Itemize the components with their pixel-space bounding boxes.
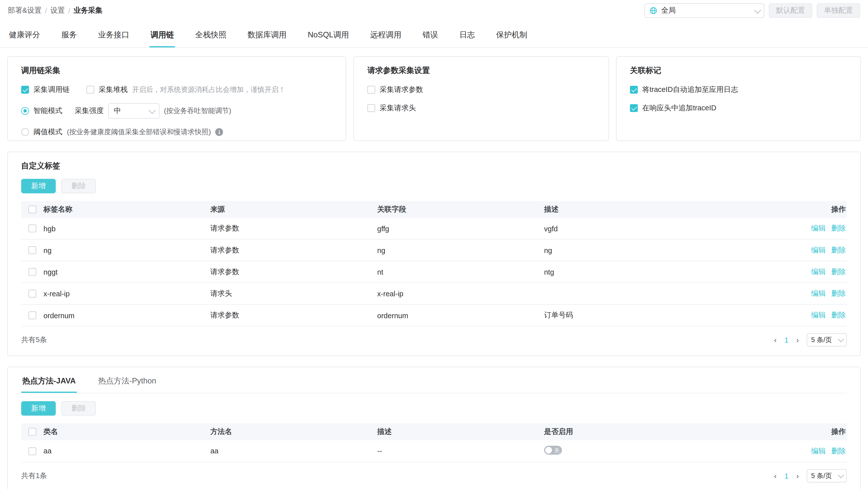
delete-link[interactable]: 删除 bbox=[831, 446, 845, 456]
scope-select[interactable]: 全局 bbox=[645, 3, 764, 18]
custom-tags-table: 标签名称 来源 关联字段 描述 操作 hgb 请求参数 gffg vgfd 编辑… bbox=[21, 201, 847, 326]
strength-label: 采集强度 bbox=[75, 106, 104, 116]
prev-page-icon[interactable]: ‹ bbox=[774, 336, 777, 344]
chevron-down-icon bbox=[838, 336, 844, 342]
select-all-checkbox[interactable] bbox=[28, 428, 36, 436]
add-method-button[interactable]: 新增 bbox=[21, 401, 56, 416]
col-header: 标签名称 bbox=[43, 201, 211, 218]
tag-source: 请求参数 bbox=[210, 239, 377, 261]
tab-db-call[interactable]: 数据库调用 bbox=[246, 23, 288, 47]
tag-source: 请求参数 bbox=[210, 218, 377, 239]
tag-name: ordernum bbox=[43, 305, 211, 325]
collect-trace-checkbox[interactable] bbox=[21, 86, 29, 94]
add-tag-button[interactable]: 新增 bbox=[21, 179, 56, 193]
prev-page-icon[interactable]: ‹ bbox=[774, 472, 777, 480]
collect-params-label: 采集请求参数 bbox=[380, 85, 423, 95]
delete-link[interactable]: 删除 bbox=[831, 245, 845, 255]
row-checkbox[interactable] bbox=[28, 447, 36, 455]
custom-tags-section: 自定义标签 新增 删除 标签名称 来源 关联字段 描述 操作 hgb 请求参数 … bbox=[7, 152, 861, 356]
pagination: ‹ 1 › 5 条/页 bbox=[774, 333, 847, 347]
table-header-row: 标签名称 来源 关联字段 描述 操作 bbox=[21, 201, 847, 218]
page-number[interactable]: 1 bbox=[784, 471, 788, 480]
tag-field: ng bbox=[377, 240, 544, 260]
total-count: 共有1条 bbox=[21, 471, 47, 481]
enable-toggle[interactable]: 关 bbox=[544, 446, 562, 455]
edit-link[interactable]: 编辑 bbox=[811, 223, 826, 233]
breadcrumb-separator: / bbox=[68, 6, 70, 15]
delete-link[interactable]: 删除 bbox=[831, 223, 845, 233]
tab-business-api[interactable]: 业务接口 bbox=[97, 23, 130, 47]
chevron-down-icon bbox=[838, 472, 844, 478]
col-header: 关联字段 bbox=[377, 201, 544, 218]
chevron-down-icon bbox=[149, 106, 155, 113]
separate-config-button[interactable]: 单独配置 bbox=[817, 3, 860, 18]
row-checkbox[interactable] bbox=[28, 225, 36, 232]
method-class: aa bbox=[43, 441, 211, 461]
tab-fullstack-snapshot[interactable]: 全栈快照 bbox=[194, 23, 227, 47]
table-row: ordernum 请求参数 ordernum 订单号码 编辑 删除 bbox=[21, 305, 847, 326]
strength-select[interactable]: 中 bbox=[108, 103, 159, 119]
threshold-mode-radio[interactable] bbox=[21, 128, 29, 136]
collect-trace-label: 采集调用链 bbox=[33, 85, 69, 95]
delete-link[interactable]: 删除 bbox=[831, 310, 845, 320]
toggle-label: 关 bbox=[554, 447, 560, 454]
tab-health-score[interactable]: 健康评分 bbox=[8, 23, 41, 47]
breadcrumb-item[interactable]: 部署&设置 bbox=[8, 5, 41, 15]
table-row: aa aa -- 关 编辑 删除 bbox=[21, 440, 847, 463]
page-size-value: 5 条/页 bbox=[811, 471, 832, 481]
tab-nosql-call[interactable]: NoSQL调用 bbox=[307, 23, 350, 47]
page-size-select[interactable]: 5 条/页 bbox=[807, 333, 847, 347]
card-title: 请求参数采集设置 bbox=[368, 66, 595, 76]
collect-stack-checkbox[interactable] bbox=[87, 86, 94, 94]
edit-link[interactable]: 编辑 bbox=[811, 310, 826, 320]
row-checkbox[interactable] bbox=[28, 246, 36, 254]
chevron-down-icon bbox=[754, 6, 761, 13]
topbar-right: 全局 默认配置 单独配置 bbox=[645, 3, 860, 18]
breadcrumb-current: 业务采集 bbox=[73, 5, 102, 15]
delete-link[interactable]: 删除 bbox=[831, 289, 845, 298]
tag-field: ordernum bbox=[377, 305, 544, 325]
collect-stack-hint: 开启后，对系统资源消耗占比会增加，谨慎开启！ bbox=[132, 85, 285, 94]
edit-link[interactable]: 编辑 bbox=[811, 245, 826, 255]
page-number[interactable]: 1 bbox=[784, 336, 788, 344]
info-icon[interactable]: i bbox=[215, 128, 223, 136]
default-config-button[interactable]: 默认配置 bbox=[769, 3, 812, 18]
delete-method-button[interactable]: 删除 bbox=[61, 401, 96, 416]
row-checkbox[interactable] bbox=[28, 268, 36, 275]
threshold-mode-hint: (按业务健康度阈值采集全部错误和慢请求快照) bbox=[67, 127, 211, 137]
tab-hot-methods-python[interactable]: 热点方法-Python bbox=[97, 376, 157, 393]
delete-link[interactable]: 删除 bbox=[831, 267, 845, 277]
request-params-card: 请求参数采集设置 采集请求参数 采集请求头 bbox=[353, 56, 609, 141]
tab-service[interactable]: 服务 bbox=[60, 23, 78, 47]
smart-mode-radio[interactable] bbox=[21, 107, 29, 115]
tag-name: nggt bbox=[43, 262, 211, 282]
strength-select-value: 中 bbox=[114, 106, 121, 116]
tab-protection[interactable]: 保护机制 bbox=[495, 23, 528, 47]
delete-tag-button[interactable]: 删除 bbox=[61, 179, 96, 193]
edit-link[interactable]: 编辑 bbox=[811, 267, 826, 277]
next-page-icon[interactable]: › bbox=[796, 472, 799, 480]
tab-hot-methods-java[interactable]: 热点方法-JAVA bbox=[21, 376, 77, 393]
append-traceid-log-checkbox[interactable] bbox=[630, 86, 638, 94]
col-header-actions: 操作 bbox=[780, 201, 847, 218]
tab-trace[interactable]: 调用链 bbox=[150, 23, 175, 47]
tab-log[interactable]: 日志 bbox=[458, 23, 476, 47]
append-traceid-header-checkbox[interactable] bbox=[630, 104, 638, 112]
collect-params-checkbox[interactable] bbox=[368, 86, 375, 94]
tab-error[interactable]: 错误 bbox=[422, 23, 439, 47]
next-page-icon[interactable]: › bbox=[796, 336, 799, 344]
breadcrumb-item[interactable]: 设置 bbox=[50, 5, 65, 15]
tab-remote-call[interactable]: 远程调用 bbox=[369, 23, 402, 47]
tag-desc: ng bbox=[544, 240, 780, 260]
row-checkbox[interactable] bbox=[28, 290, 36, 297]
row-checkbox[interactable] bbox=[28, 312, 36, 319]
edit-link[interactable]: 编辑 bbox=[811, 446, 826, 456]
page-size-select[interactable]: 5 条/页 bbox=[807, 469, 847, 483]
settings-cards: 调用链采集 采集调用链 采集堆栈 开启后，对系统资源消耗占比会增加，谨慎开启！ … bbox=[7, 56, 861, 141]
breadcrumb: 部署&设置 / 设置 / 业务采集 bbox=[8, 5, 102, 15]
tag-name: ng bbox=[43, 240, 211, 260]
select-all-checkbox[interactable] bbox=[28, 206, 36, 214]
edit-link[interactable]: 编辑 bbox=[811, 289, 826, 298]
col-header: 来源 bbox=[210, 201, 377, 218]
collect-headers-checkbox[interactable] bbox=[368, 104, 375, 112]
